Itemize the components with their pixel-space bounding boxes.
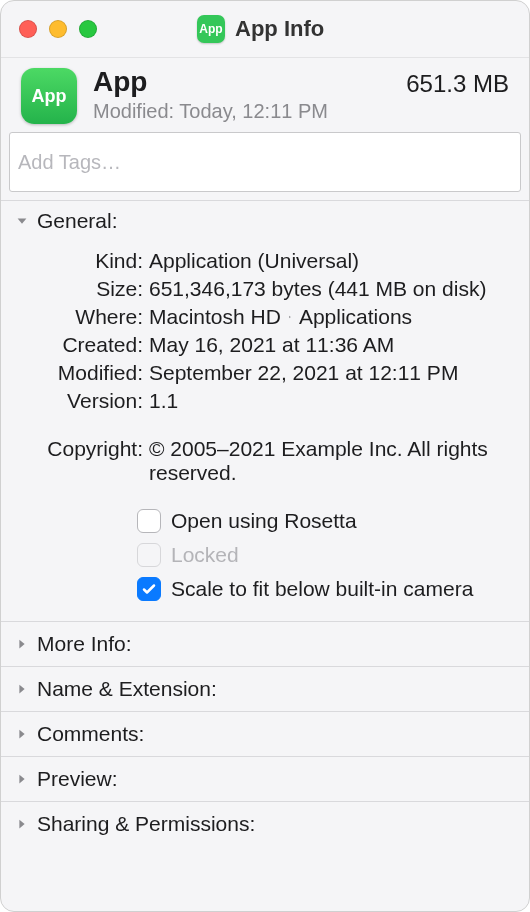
section-more-info: More Info: [1,621,529,666]
row-created: Created: May 16, 2021 at 11:36 AM [19,333,511,357]
where-part2: Applications [299,305,412,329]
kind-label: Kind: [19,249,149,273]
sharing-title: Sharing & Permissions: [37,812,255,836]
where-label: Where: [19,305,149,329]
created-value: May 16, 2021 at 11:36 AM [149,333,511,357]
modified-value-row: September 22, 2021 at 12:11 PM [149,361,511,385]
sharing-disclosure[interactable]: Sharing & Permissions: [1,802,529,846]
titlebar: App App Info [1,1,529,57]
collapsed-sections: More Info: Name & Extension: Comments: P… [1,621,529,846]
path-separator-icon [285,311,295,323]
row-copyright: Copyright: © 2005–2021 Example Inc. All … [19,437,511,485]
scale-checkbox[interactable] [137,577,161,601]
section-preview: Preview: [1,756,529,801]
rosetta-label: Open using Rosetta [171,509,357,533]
rosetta-checkbox[interactable] [137,509,161,533]
get-info-window: App App Info App App Modified: Today, 12… [0,0,530,912]
zoom-window-button[interactable] [79,20,97,38]
where-value: Macintosh HD Applications [149,305,511,329]
preview-title: Preview: [37,767,118,791]
modified-label-row: Modified: [19,361,149,385]
locked-label: Locked [171,543,239,567]
row-version: Version: 1.1 [19,389,511,413]
general-title: General: [37,209,118,233]
where-part1: Macintosh HD [149,305,281,329]
checkbox-row-rosetta: Open using Rosetta [137,509,511,533]
row-where: Where: Macintosh HD Applications [19,305,511,329]
row-kind: Kind: Application (Universal) [19,249,511,273]
kind-value: Application (Universal) [149,249,511,273]
preview-disclosure[interactable]: Preview: [1,757,529,801]
chevron-right-icon [15,682,29,696]
app-name: App [93,68,406,96]
created-label: Created: [19,333,149,357]
section-sharing-permissions: Sharing & Permissions: [1,801,529,846]
more-info-disclosure[interactable]: More Info: [1,622,529,666]
size-value: 651,346,173 bytes (441 MB on disk) [149,277,511,301]
section-name-extension: Name & Extension: [1,666,529,711]
checkbox-row-locked: Locked [137,543,511,567]
section-general: General: Kind: Application (Universal) S… [1,200,529,621]
name-ext-disclosure[interactable]: Name & Extension: [1,667,529,711]
row-modified: Modified: September 22, 2021 at 12:11 PM [19,361,511,385]
general-body: Kind: Application (Universal) Size: 651,… [1,241,529,621]
comments-disclosure[interactable]: Comments: [1,712,529,756]
copyright-label: Copyright: [19,437,149,461]
checkbox-row-scale: Scale to fit below built-in camera [137,577,511,601]
version-label: Version: [19,389,149,413]
window-title: App Info [235,16,324,42]
row-size: Size: 651,346,173 bytes (441 MB on disk) [19,277,511,301]
window-controls [19,20,97,38]
file-summary-header: App App Modified: Today, 12:11 PM 651.3 … [1,57,529,132]
title-wrap: App App Info [197,15,324,43]
titlebar-app-icon: App [197,15,225,43]
general-disclosure[interactable]: General: [1,201,529,241]
chevron-right-icon [15,727,29,741]
file-size: 651.3 MB [406,70,509,98]
tags-field-wrapper[interactable] [9,132,521,192]
modified-label: Modified: [93,100,174,122]
chevron-right-icon [15,772,29,786]
more-info-title: More Info: [37,632,132,656]
modified-value: Today, 12:11 PM [179,100,328,122]
comments-title: Comments: [37,722,144,746]
version-value: 1.1 [149,389,511,413]
close-window-button[interactable] [19,20,37,38]
name-ext-title: Name & Extension: [37,677,217,701]
section-comments: Comments: [1,711,529,756]
size-label: Size: [19,277,149,301]
locked-checkbox [137,543,161,567]
copyright-value: © 2005–2021 Example Inc. All rights rese… [149,437,511,485]
app-icon: App [21,68,77,124]
chevron-right-icon [15,817,29,831]
chevron-down-icon [15,214,29,228]
chevron-right-icon [15,637,29,651]
checkmark-icon [141,581,157,597]
general-checkboxes: Open using Rosetta Locked Scale to fit b… [19,509,511,601]
scale-label: Scale to fit below built-in camera [171,577,473,601]
minimize-window-button[interactable] [49,20,67,38]
modified-summary: Modified: Today, 12:11 PM [93,100,406,123]
tags-input[interactable] [18,139,512,185]
